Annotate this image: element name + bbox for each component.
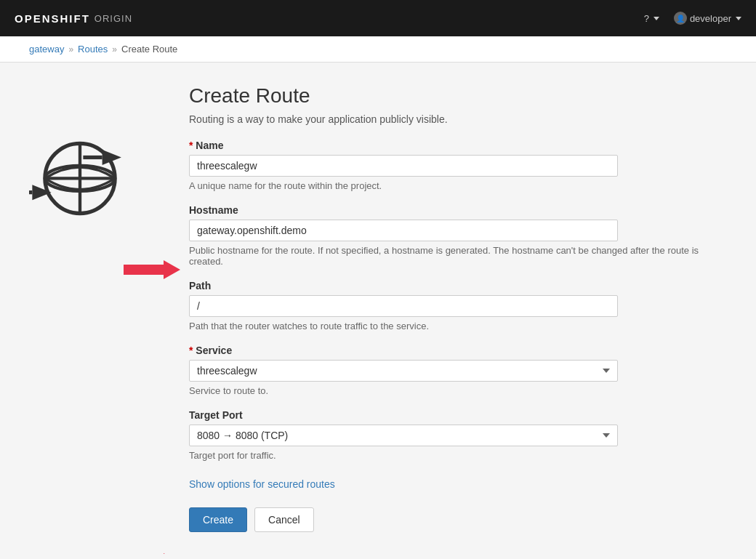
brand-origin: ORIGIN — [94, 13, 132, 24]
breadcrumb-routes[interactable]: Routes — [78, 44, 108, 55]
hostname-label: Hostname — [189, 204, 727, 216]
chevron-down-icon — [736, 17, 741, 20]
secured-routes-section: Show options for secured routes — [189, 474, 727, 490]
svg-marker-6 — [32, 185, 51, 200]
service-field-group: Service threescalegw Service to route to… — [189, 345, 727, 396]
cancel-button[interactable]: Cancel — [254, 507, 314, 532]
path-label: Path — [189, 280, 727, 291]
breadcrumb-sep-1: » — [68, 44, 73, 55]
target-port-label: Target Port — [189, 409, 727, 421]
hostname-help: Public hostname for the route. If not sp… — [189, 245, 727, 267]
hostname-input[interactable] — [189, 220, 618, 241]
navbar-right: ? 👤 developer — [644, 12, 741, 25]
brand: OPENSHIFT ORIGIN — [15, 12, 132, 25]
name-label: Name — [189, 140, 727, 151]
service-select[interactable]: threescalegw — [189, 360, 618, 382]
chevron-down-icon — [654, 17, 659, 20]
arrow-to-hostname — [124, 259, 182, 283]
svg-marker-8 — [124, 260, 180, 279]
svg-rect-7 — [29, 190, 32, 194]
arrow-to-create — [124, 552, 182, 554]
service-label: Service — [189, 345, 727, 356]
form-panel: Create Route Routing is a way to make yo… — [189, 84, 727, 532]
globe-icon-area — [29, 124, 174, 228]
target-port-help: Target port for traffic. — [189, 450, 727, 461]
button-row: Create Cancel — [189, 507, 727, 532]
service-help: Service to route to. — [189, 385, 727, 396]
main-content: Create Route Routing is a way to make yo… — [0, 63, 756, 554]
name-field-group: Name A unique name for the route within … — [189, 140, 727, 191]
breadcrumb-sep-2: » — [112, 44, 117, 55]
name-input[interactable] — [189, 155, 618, 177]
brand-openshift: OPENSHIFT — [15, 12, 90, 25]
user-menu[interactable]: 👤 developer — [674, 12, 741, 25]
left-panel — [29, 84, 189, 532]
breadcrumb-gateway[interactable]: gateway — [29, 44, 64, 55]
help-icon: ? — [644, 13, 649, 24]
breadcrumb-current: Create Route — [121, 44, 177, 55]
path-input[interactable] — [189, 295, 618, 317]
page-title: Create Route — [189, 84, 727, 108]
path-field-group: Path Path that the router watches to rou… — [189, 280, 727, 331]
breadcrumb: gateway » Routes » Create Route — [0, 36, 756, 63]
create-button[interactable]: Create — [189, 507, 247, 532]
target-port-field-group: Target Port 8080 → 8080 (TCP) Target por… — [189, 409, 727, 461]
globe-icon — [29, 124, 131, 226]
user-label: developer — [690, 13, 731, 24]
page-subtitle: Routing is a way to make your applicatio… — [189, 113, 727, 125]
svg-rect-5 — [83, 156, 102, 159]
path-help: Path that the router watches to route tr… — [189, 321, 727, 331]
target-port-select[interactable]: 8080 → 8080 (TCP) — [189, 425, 618, 446]
secured-routes-link[interactable]: Show options for secured routes — [189, 478, 335, 490]
navbar: OPENSHIFT ORIGIN ? 👤 developer — [0, 0, 756, 36]
help-menu[interactable]: ? — [644, 13, 659, 24]
name-help: A unique name for the route within the p… — [189, 180, 727, 191]
svg-marker-9 — [124, 553, 180, 554]
user-icon: 👤 — [674, 12, 687, 25]
hostname-field-group: Hostname Public hostname for the route. … — [189, 204, 727, 267]
